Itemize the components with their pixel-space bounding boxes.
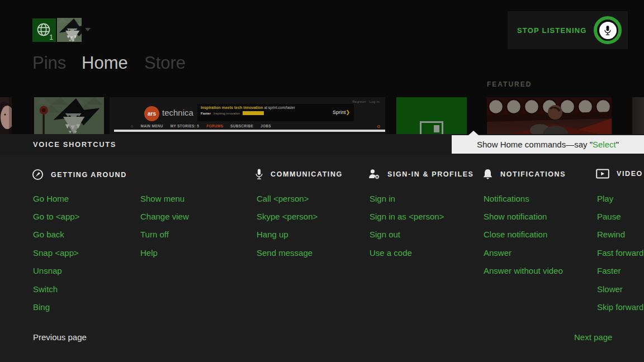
tooltip-highlight: Select <box>593 140 616 149</box>
ars-nav-bar: ⌂ MAIN MENUMY STORIES: 5FORUMSSUBSCRIBEJ… <box>131 124 271 128</box>
tv-icon <box>420 121 443 134</box>
video-player-icon <box>596 169 609 179</box>
user-gear-icon <box>368 169 380 180</box>
ad-tagline: Inspiring innovation <box>214 112 240 115</box>
ad-headline: Inspiration meets tech innovation <box>201 106 263 109</box>
home-icon: ⌂ <box>131 124 134 128</box>
tab-home[interactable]: Home <box>82 53 128 73</box>
ars-nav-item: MAIN MENU <box>141 124 163 128</box>
getting-around-commands-col1: Go HomeGo to <app>Go backSnap <app>Unsna… <box>33 189 79 316</box>
ad-url: at sprint.com/faster <box>264 106 295 109</box>
tile-avatar-app[interactable] <box>34 97 104 134</box>
voice-command[interactable]: Help <box>140 244 189 261</box>
getting-around-commands-col2: Show menuChange viewTurn offHelp <box>140 189 189 262</box>
voice-command[interactable]: Rewind <box>597 226 643 244</box>
voice-command[interactable]: Sign in <box>370 189 444 207</box>
voice-command[interactable]: Snap <app> <box>33 244 79 261</box>
voice-command[interactable]: Skip forward <box>597 298 643 316</box>
gamer-avatar[interactable] <box>57 18 82 42</box>
voice-command[interactable]: Fast forward <box>597 244 643 261</box>
face-image <box>0 97 12 134</box>
voice-command[interactable]: Hang up <box>257 226 318 244</box>
ars-nav-item: SUBSCRIBE <box>230 124 253 128</box>
xbox-home-screen: 1 STOP LISTENING <box>0 0 644 362</box>
bell-icon <box>482 169 493 180</box>
compass-icon <box>32 169 44 180</box>
voice-command[interactable]: Sign out <box>370 226 444 244</box>
featured-movie-image <box>487 97 612 134</box>
voice-command[interactable]: Use a code <box>370 244 444 261</box>
ad-tag: Faster <box>201 112 211 115</box>
ars-logo: ars <box>144 106 159 121</box>
previous-page-button[interactable]: Previous page <box>33 332 87 342</box>
wizard-tile-image <box>34 97 104 134</box>
tile-internet-explorer-ars-technica[interactable]: Register Log in ars technica Inspiration… <box>110 97 385 134</box>
voice-command[interactable]: Play <box>597 189 643 207</box>
ad-button <box>243 111 264 115</box>
tile-partial-right[interactable] <box>632 97 644 134</box>
stop-listening-button[interactable]: STOP LISTENING <box>508 11 628 49</box>
sprint-ad-banner: Inspiration meets tech innovation at spr… <box>197 104 354 121</box>
voice-command[interactable]: Switch <box>33 280 79 298</box>
globe-icon <box>36 22 51 37</box>
sprint-logo: Sprint❯ <box>333 109 350 115</box>
tile-featured-content[interactable] <box>487 97 612 134</box>
sign-in-commands: Sign inSign in as <person>Sign outUse a … <box>370 189 444 262</box>
voice-command[interactable]: Close notification <box>484 226 563 244</box>
voice-command[interactable]: Bing <box>33 298 79 316</box>
tab-store[interactable]: Store <box>144 53 186 73</box>
search-icon <box>377 125 380 128</box>
section-getting-around: GETTING AROUND <box>32 169 127 180</box>
voice-command[interactable]: Go to <app> <box>33 207 79 225</box>
ars-nav-item: MY STORIES: 5 <box>171 124 199 128</box>
voice-command[interactable]: Answer <box>484 244 563 261</box>
voice-command[interactable]: Slower <box>597 280 643 298</box>
section-sign-in-profiles: SIGN-IN & PROFILES <box>368 169 474 180</box>
voice-command[interactable]: Sign in as <person> <box>370 207 444 225</box>
microphone-icon <box>255 169 263 180</box>
voice-command[interactable]: Turn off <box>140 226 189 244</box>
section-video: VIDEO & <box>596 169 644 179</box>
voice-command[interactable]: Answer without video <box>484 262 563 280</box>
ars-logo-text: technica <box>162 108 193 117</box>
voice-command[interactable]: Go back <box>33 226 79 244</box>
voice-command[interactable]: Pause <box>597 207 643 225</box>
communicating-commands: Call <person>Skype <person>Hang upSend m… <box>257 189 318 262</box>
ars-nav-item: JOBS <box>261 124 271 128</box>
tab-pins[interactable]: Pins <box>32 53 66 73</box>
microphone-icon <box>599 22 617 39</box>
next-page-button[interactable]: Next page <box>574 332 612 342</box>
ars-account-links: Register Log in <box>352 100 380 103</box>
page-content-strip <box>114 130 385 132</box>
featured-section-label: FEATURED <box>487 80 532 88</box>
voice-command[interactable]: Skype <person> <box>257 207 318 225</box>
voice-command[interactable]: Call <person> <box>257 189 318 207</box>
voice-command[interactable]: Send message <box>257 244 318 261</box>
profile-dropdown-caret[interactable] <box>85 28 91 31</box>
voice-command[interactable]: Change view <box>140 207 189 225</box>
voice-command[interactable]: Show notification <box>484 207 563 225</box>
tooltip-pointer <box>468 131 479 135</box>
wizard-avatar-image <box>57 18 82 42</box>
voice-hint-tooltip: Show Home commands—say "Select" <box>452 135 644 154</box>
voice-command[interactable]: Faster <box>597 262 643 280</box>
video-commands: PlayPauseRewindFast forwardFasterSlowerS… <box>597 189 643 316</box>
voice-command[interactable]: Go Home <box>33 189 79 207</box>
kinect-mic-button[interactable] <box>594 16 622 44</box>
section-notifications: NOTIFICATIONS <box>482 169 566 180</box>
voice-command[interactable]: Unsnap <box>33 262 79 280</box>
notification-count-badge: 1 <box>49 34 53 41</box>
voice-command[interactable]: Show menu <box>140 189 189 207</box>
tile-partial-left[interactable] <box>0 97 12 134</box>
tile-tv-app[interactable] <box>396 97 467 134</box>
stop-listening-label: STOP LISTENING <box>517 26 587 35</box>
ars-nav-item: FORUMS <box>206 124 223 128</box>
voice-shortcuts-title: VOICE SHORTCUTS <box>33 134 116 155</box>
tooltip-text: Show Home commands—say "Select" <box>477 140 619 149</box>
notifications-tile[interactable]: 1 <box>32 18 56 42</box>
notifications-commands: NotificationsShow notificationClose noti… <box>484 189 563 280</box>
section-communicating: COMMUNICATING <box>255 169 343 180</box>
voice-command[interactable]: Notifications <box>484 189 563 207</box>
